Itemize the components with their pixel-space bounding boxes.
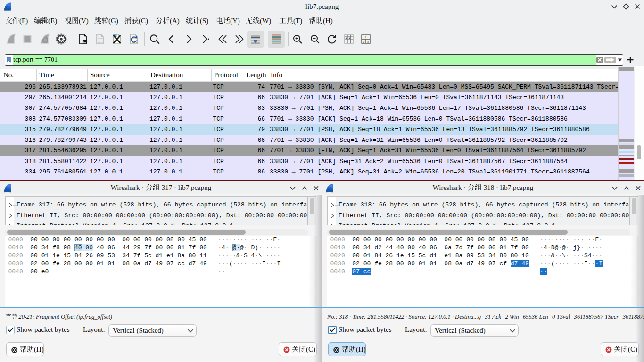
svg-text:0011: 0011 [98,41,103,44]
svg-text:3: 3 [367,40,369,44]
svg-text:2: 2 [363,40,365,44]
svg-text:1: 1 [365,35,367,39]
